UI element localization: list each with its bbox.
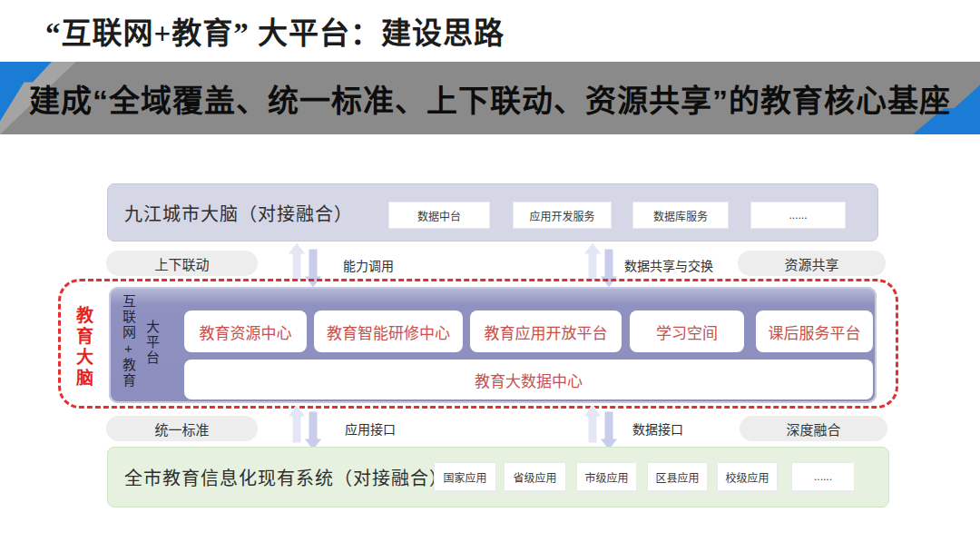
- platform-vertical-label: 互联网+教育: [122, 294, 135, 398]
- pill-deep-integration: 深度融合: [740, 416, 887, 441]
- existing-system-item: 市级应用: [577, 463, 636, 490]
- center-box-research: 教育智能研修中心: [314, 310, 463, 352]
- existing-systems-label: 全市教育信息化现有系统（对接融合）: [124, 448, 448, 507]
- slide-canvas: “互联网+教育” 大平台：建设思路 建成“全域覆盖、统一标准、上下联动、资源共享…: [0, 0, 980, 552]
- city-brain-item: 应用开发服务: [514, 202, 611, 228]
- center-box-resource: 教育资源中心: [184, 310, 307, 352]
- city-brain-item: 数据中台: [389, 202, 489, 228]
- center-box-learning-space: 学习空间: [630, 310, 744, 352]
- center-box-afterschool: 课后服务平台: [756, 310, 873, 352]
- page-title: “互联网+教育” 大平台：建设思路: [45, 9, 935, 53]
- pill-updown-linkage: 上下联动: [106, 251, 258, 276]
- label-capability-call: 能力调用: [343, 256, 394, 274]
- existing-system-item: ......: [792, 463, 854, 490]
- existing-system-item: 校级应用: [718, 463, 777, 490]
- pill-resource-sharing: 资源共享: [738, 251, 886, 276]
- city-brain-item: ......: [751, 202, 845, 228]
- bidirectional-arrow-icon: [287, 404, 323, 451]
- headline-banner: 建成“全域覆盖、统一标准、上下联动、资源共享”的教育核心基座: [0, 62, 980, 134]
- label-app-interface: 应用接口: [345, 419, 396, 438]
- existing-system-item: 省级应用: [505, 463, 565, 490]
- label-data-interface: 数据接口: [632, 419, 683, 438]
- label-data-exchange: 数据共享与交换: [624, 256, 713, 274]
- center-box-open-platform: 教育应用开放平台: [470, 310, 622, 352]
- platform-vertical-label: 大平台: [145, 320, 159, 383]
- education-brain-label: 教育大脑: [71, 306, 95, 397]
- existing-system-item: 国家应用: [435, 463, 495, 490]
- bidirectional-arrow-icon: [583, 404, 619, 451]
- city-brain-label: 九江城市大脑（对接融合）: [124, 184, 353, 241]
- internet-education-platform-box: 互联网+教育 大平台 教育资源中心 教育智能研修中心 教育应用开放平台 学习空间…: [109, 287, 877, 403]
- big-data-center-bar: 教育大数据中心: [184, 360, 873, 399]
- city-brain-box: 九江城市大脑（对接融合） 数据中台 应用开发服务 数据库服务 ......: [107, 183, 878, 242]
- existing-system-item: 区县应用: [648, 463, 707, 490]
- banner-text: 建成“全域覆盖、统一标准、上下联动、资源共享”的教育核心基座: [0, 62, 980, 134]
- city-brain-item: 数据库服务: [633, 202, 728, 228]
- existing-systems-box: 全市教育信息化现有系统（对接融合） 国家应用 省级应用 市级应用 区县应用 校级…: [107, 447, 889, 508]
- pill-unified-standard: 统一标准: [106, 416, 258, 441]
